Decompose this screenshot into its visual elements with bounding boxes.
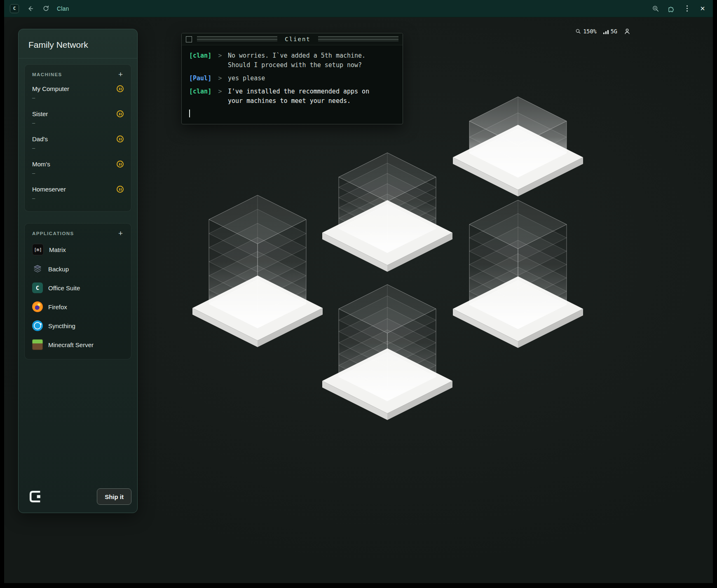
add-application-button[interactable]: + — [117, 229, 124, 237]
user-indicator[interactable] — [624, 28, 630, 35]
zoom-in-icon[interactable] — [651, 4, 660, 13]
add-machine-button[interactable]: + — [117, 70, 124, 78]
speaker-clan: [clan] — [189, 51, 212, 70]
machine-list-item[interactable]: Sister – — [31, 106, 124, 131]
speaker-clan: [clan] — [189, 87, 212, 106]
menu-kebab-icon[interactable] — [682, 4, 691, 13]
app-list-item[interactable]: C Office Suite — [31, 278, 124, 297]
ship-it-button[interactable]: Ship it — [97, 488, 131, 505]
machine-name: Sister — [32, 110, 48, 117]
client-terminal[interactable]: Client [clan] > No worries. I`ve added a… — [181, 33, 403, 124]
page-title: Family Network — [19, 29, 137, 58]
machines-section: MACHINES + My Computer – Sister – Da — [24, 64, 131, 212]
terminal-body[interactable]: [clan] > No worries. I`ve added a 5th ma… — [182, 45, 403, 124]
network-value: 5G — [611, 28, 617, 35]
machine-name: Mom's — [32, 161, 50, 168]
message-text: No worries. I`ve added a 5th machine. Sh… — [228, 51, 377, 70]
app-list-item[interactable]: Firefox — [31, 297, 124, 316]
speaker-paul: [Paul] — [189, 74, 212, 83]
machine-node-4[interactable] — [448, 198, 588, 350]
machine-status-icon[interactable] — [117, 110, 124, 117]
signal-bars-icon — [603, 29, 609, 34]
machine-status-icon[interactable] — [117, 85, 124, 92]
close-icon[interactable]: ✕ — [698, 4, 707, 13]
sidebar: Family Network MACHINES + My Computer – … — [18, 29, 138, 513]
syncthing-icon — [32, 320, 43, 331]
terminal-line: [clan] > No worries. I`ve added a 5th ma… — [189, 51, 395, 70]
machine-status-icon[interactable] — [117, 161, 124, 168]
app-name: Minecraft Server — [48, 341, 94, 348]
machine-status-text: – — [32, 145, 124, 151]
sidebar-footer: Ship it — [26, 487, 131, 506]
hud-status: 150% 5G — [575, 28, 630, 35]
machines-section-label: MACHINES — [32, 72, 62, 77]
browser-topbar: C Clan ✕ — [4, 0, 713, 17]
app-list-item[interactable]: [m] Matrix — [31, 240, 124, 259]
app-list-item[interactable]: Syncthing — [31, 316, 124, 335]
reload-button[interactable] — [41, 4, 50, 13]
machine-list-item[interactable]: My Computer – — [31, 81, 124, 106]
clan-favicon-icon: C — [10, 4, 19, 13]
app-list-item[interactable]: Minecraft Server — [31, 335, 124, 354]
network-indicator: 5G — [603, 28, 617, 35]
machine-node-2[interactable] — [317, 151, 457, 274]
machine-list-item[interactable]: Dad's – — [31, 131, 124, 156]
zoom-indicator: 150% — [575, 28, 597, 35]
machine-list-item[interactable]: Mom's – — [31, 156, 124, 181]
minecraft-icon — [32, 339, 43, 350]
clan-logo-icon — [26, 487, 45, 506]
firefox-icon — [32, 301, 43, 312]
machine-node-3[interactable] — [448, 95, 588, 198]
titlebar-stripes-left — [197, 36, 277, 42]
app-canvas: 150% 5G Client [clan] > No worries. I`ve… — [4, 17, 713, 583]
back-button[interactable] — [26, 4, 35, 13]
terminal-title: Client — [282, 36, 313, 42]
terminal-line: [Paul] > yes please — [189, 74, 395, 83]
extensions-icon[interactable] — [667, 4, 676, 13]
tab-title: Clan — [57, 5, 69, 12]
app-name: Firefox — [48, 303, 67, 310]
machine-status-text: – — [32, 120, 124, 126]
app-name: Syncthing — [48, 322, 75, 329]
person-icon — [624, 28, 630, 35]
prompt-separator: > — [216, 74, 225, 83]
terminal-line: [clan] > I've installed the recommended … — [189, 87, 395, 106]
machine-status-icon[interactable] — [117, 135, 124, 142]
machine-list-item[interactable]: Homeserver – — [31, 181, 124, 206]
machine-name: My Computer — [32, 85, 69, 92]
machine-name: Dad's — [32, 135, 48, 142]
machines-section-header: MACHINES + — [31, 69, 124, 81]
app-name: Office Suite — [48, 285, 80, 292]
zoom-value: 150% — [583, 28, 597, 35]
terminal-cursor — [189, 110, 190, 117]
machine-status-text: – — [32, 95, 124, 101]
app-name: Matrix — [49, 246, 66, 253]
app-name: Backup — [48, 266, 69, 273]
backup-icon — [32, 264, 43, 274]
app-list-item[interactable]: Backup — [31, 259, 124, 278]
machine-status-text: – — [32, 170, 124, 176]
machine-status-text: – — [32, 195, 124, 201]
machine-status-icon[interactable] — [117, 186, 124, 193]
office-suite-icon: C — [32, 282, 43, 293]
applications-section: APPLICATIONS + [m] Matrix Backup C — [24, 223, 131, 359]
terminal-titlebar: Client — [182, 33, 403, 45]
machine-name: Homeserver — [32, 186, 66, 193]
terminal-window-control[interactable] — [186, 36, 192, 42]
magnifier-icon — [575, 28, 581, 34]
machine-node-1[interactable] — [187, 193, 328, 349]
prompt-separator: > — [216, 87, 225, 106]
message-text: yes please — [228, 74, 377, 83]
prompt-separator: > — [216, 51, 225, 70]
message-text: I've installed the recommended apps on y… — [228, 87, 377, 106]
titlebar-stripes-right — [318, 36, 398, 42]
machine-node-5[interactable] — [317, 282, 457, 422]
applications-section-label: APPLICATIONS — [32, 231, 74, 236]
applications-section-header: APPLICATIONS + — [31, 228, 124, 240]
matrix-icon: [m] — [32, 244, 44, 255]
